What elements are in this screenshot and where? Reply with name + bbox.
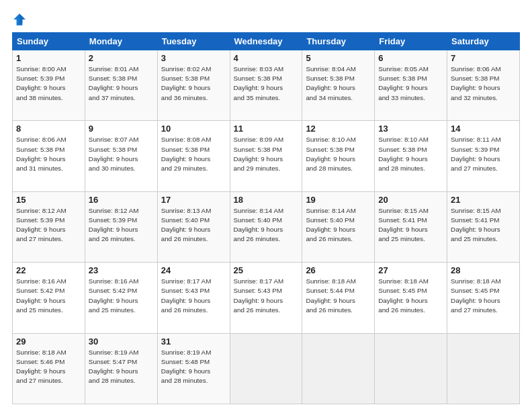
day-info: Sunrise: 8:04 AM Sunset: 5:38 PM Dayligh…	[306, 64, 371, 103]
day-info: Sunrise: 8:18 AM Sunset: 5:45 PM Dayligh…	[378, 277, 443, 315]
week-row-3: 15Sunrise: 8:12 AM Sunset: 5:39 PM Dayli…	[13, 191, 520, 262]
day-number: 24	[161, 265, 226, 275]
weekday-header-thursday: Thursday	[302, 33, 375, 50]
weekday-header-wednesday: Wednesday	[230, 33, 302, 50]
day-info: Sunrise: 8:15 AM Sunset: 5:41 PM Dayligh…	[378, 206, 443, 244]
day-info: Sunrise: 8:14 AM Sunset: 5:40 PM Dayligh…	[306, 206, 371, 244]
day-number: 16	[89, 195, 154, 205]
day-cell: 29Sunrise: 8:18 AM Sunset: 5:46 PM Dayli…	[13, 333, 85, 404]
day-number: 11	[234, 124, 299, 134]
week-row-5: 29Sunrise: 8:18 AM Sunset: 5:46 PM Dayli…	[13, 333, 520, 404]
day-info: Sunrise: 8:06 AM Sunset: 5:38 PM Dayligh…	[451, 64, 516, 103]
day-info: Sunrise: 8:03 AM Sunset: 5:38 PM Dayligh…	[234, 64, 299, 103]
weekday-header-saturday: Saturday	[447, 33, 520, 50]
header	[12, 12, 520, 27]
day-info: Sunrise: 8:15 AM Sunset: 5:41 PM Dayligh…	[451, 206, 516, 244]
day-cell: 22Sunrise: 8:16 AM Sunset: 5:42 PM Dayli…	[13, 263, 85, 333]
day-cell: 4Sunrise: 8:03 AM Sunset: 5:38 PM Daylig…	[230, 50, 302, 121]
day-cell: 26Sunrise: 8:18 AM Sunset: 5:44 PM Dayli…	[302, 263, 375, 333]
day-number: 8	[16, 124, 81, 134]
weekday-header-tuesday: Tuesday	[157, 33, 230, 50]
day-info: Sunrise: 8:10 AM Sunset: 5:38 PM Dayligh…	[378, 135, 443, 173]
day-info: Sunrise: 8:06 AM Sunset: 5:38 PM Dayligh…	[16, 135, 81, 173]
week-row-4: 22Sunrise: 8:16 AM Sunset: 5:42 PM Dayli…	[13, 263, 520, 333]
day-number: 22	[16, 265, 81, 275]
day-cell: 28Sunrise: 8:18 AM Sunset: 5:45 PM Dayli…	[447, 263, 520, 333]
day-info: Sunrise: 8:02 AM Sunset: 5:38 PM Dayligh…	[161, 64, 226, 103]
day-cell: 21Sunrise: 8:15 AM Sunset: 5:41 PM Dayli…	[447, 191, 520, 262]
day-number: 6	[378, 53, 443, 63]
day-number: 28	[451, 265, 516, 275]
day-cell: 14Sunrise: 8:11 AM Sunset: 5:39 PM Dayli…	[447, 121, 520, 191]
day-number: 10	[161, 124, 226, 134]
day-info: Sunrise: 8:01 AM Sunset: 5:38 PM Dayligh…	[89, 64, 154, 103]
day-cell: 15Sunrise: 8:12 AM Sunset: 5:39 PM Dayli…	[13, 191, 85, 262]
logo	[12, 12, 28, 27]
day-cell: 20Sunrise: 8:15 AM Sunset: 5:41 PM Dayli…	[375, 191, 447, 262]
day-number: 1	[16, 53, 81, 63]
page: SundayMondayTuesdayWednesdayThursdayFrid…	[0, 0, 532, 411]
day-cell: 6Sunrise: 8:05 AM Sunset: 5:38 PM Daylig…	[375, 50, 447, 121]
day-number: 25	[234, 265, 299, 275]
day-number: 26	[306, 265, 371, 275]
day-cell: 18Sunrise: 8:14 AM Sunset: 5:40 PM Dayli…	[230, 191, 302, 262]
day-cell: 13Sunrise: 8:10 AM Sunset: 5:38 PM Dayli…	[375, 121, 447, 191]
day-number: 18	[234, 195, 299, 205]
day-info: Sunrise: 8:18 AM Sunset: 5:46 PM Dayligh…	[16, 348, 81, 386]
day-number: 23	[89, 265, 154, 275]
day-cell: 16Sunrise: 8:12 AM Sunset: 5:39 PM Dayli…	[85, 191, 157, 262]
day-cell	[230, 333, 302, 404]
day-cell: 3Sunrise: 8:02 AM Sunset: 5:38 PM Daylig…	[157, 50, 230, 121]
day-cell	[447, 333, 520, 404]
day-info: Sunrise: 8:17 AM Sunset: 5:43 PM Dayligh…	[234, 277, 299, 315]
day-cell: 11Sunrise: 8:09 AM Sunset: 5:38 PM Dayli…	[230, 121, 302, 191]
day-info: Sunrise: 8:14 AM Sunset: 5:40 PM Dayligh…	[234, 206, 299, 244]
day-number: 15	[16, 195, 81, 205]
day-info: Sunrise: 8:16 AM Sunset: 5:42 PM Dayligh…	[89, 277, 154, 315]
day-cell: 19Sunrise: 8:14 AM Sunset: 5:40 PM Dayli…	[302, 191, 375, 262]
day-number: 9	[89, 124, 154, 134]
day-cell: 17Sunrise: 8:13 AM Sunset: 5:40 PM Dayli…	[157, 191, 230, 262]
day-number: 2	[89, 53, 154, 63]
week-row-1: 1Sunrise: 8:00 AM Sunset: 5:39 PM Daylig…	[13, 50, 520, 121]
day-number: 12	[306, 124, 371, 134]
day-number: 4	[234, 53, 299, 63]
day-info: Sunrise: 8:08 AM Sunset: 5:38 PM Dayligh…	[161, 135, 226, 173]
day-cell: 9Sunrise: 8:07 AM Sunset: 5:38 PM Daylig…	[85, 121, 157, 191]
day-info: Sunrise: 8:19 AM Sunset: 5:48 PM Dayligh…	[161, 348, 226, 386]
day-cell: 31Sunrise: 8:19 AM Sunset: 5:48 PM Dayli…	[157, 333, 230, 404]
day-info: Sunrise: 8:12 AM Sunset: 5:39 PM Dayligh…	[89, 206, 154, 244]
day-number: 5	[306, 53, 371, 63]
day-info: Sunrise: 8:00 AM Sunset: 5:39 PM Dayligh…	[16, 64, 81, 103]
day-info: Sunrise: 8:18 AM Sunset: 5:44 PM Dayligh…	[306, 277, 371, 315]
day-number: 29	[16, 336, 81, 347]
day-number: 19	[306, 195, 371, 205]
day-cell: 7Sunrise: 8:06 AM Sunset: 5:38 PM Daylig…	[447, 50, 520, 121]
day-number: 20	[378, 195, 443, 205]
week-row-2: 8Sunrise: 8:06 AM Sunset: 5:38 PM Daylig…	[13, 121, 520, 191]
weekday-header-row: SundayMondayTuesdayWednesdayThursdayFrid…	[13, 33, 520, 50]
day-cell: 27Sunrise: 8:18 AM Sunset: 5:45 PM Dayli…	[375, 263, 447, 333]
calendar-table: SundayMondayTuesdayWednesdayThursdayFrid…	[12, 32, 520, 404]
day-number: 3	[161, 53, 226, 63]
logo-icon	[12, 12, 27, 27]
day-info: Sunrise: 8:12 AM Sunset: 5:39 PM Dayligh…	[16, 206, 81, 244]
day-cell: 8Sunrise: 8:06 AM Sunset: 5:38 PM Daylig…	[13, 121, 85, 191]
day-cell	[375, 333, 447, 404]
day-info: Sunrise: 8:13 AM Sunset: 5:40 PM Dayligh…	[161, 206, 226, 244]
day-cell	[302, 333, 375, 404]
day-cell: 5Sunrise: 8:04 AM Sunset: 5:38 PM Daylig…	[302, 50, 375, 121]
day-cell: 2Sunrise: 8:01 AM Sunset: 5:38 PM Daylig…	[85, 50, 157, 121]
day-cell: 25Sunrise: 8:17 AM Sunset: 5:43 PM Dayli…	[230, 263, 302, 333]
svg-marker-1	[19, 13, 26, 26]
day-number: 31	[161, 336, 226, 347]
day-info: Sunrise: 8:18 AM Sunset: 5:45 PM Dayligh…	[451, 277, 516, 315]
weekday-header-friday: Friday	[375, 33, 447, 50]
day-number: 14	[451, 124, 516, 134]
weekday-header-monday: Monday	[85, 33, 157, 50]
day-info: Sunrise: 8:07 AM Sunset: 5:38 PM Dayligh…	[89, 135, 154, 173]
day-cell: 23Sunrise: 8:16 AM Sunset: 5:42 PM Dayli…	[85, 263, 157, 333]
day-number: 30	[89, 336, 154, 347]
day-info: Sunrise: 8:09 AM Sunset: 5:38 PM Dayligh…	[234, 135, 299, 173]
day-number: 27	[378, 265, 443, 275]
